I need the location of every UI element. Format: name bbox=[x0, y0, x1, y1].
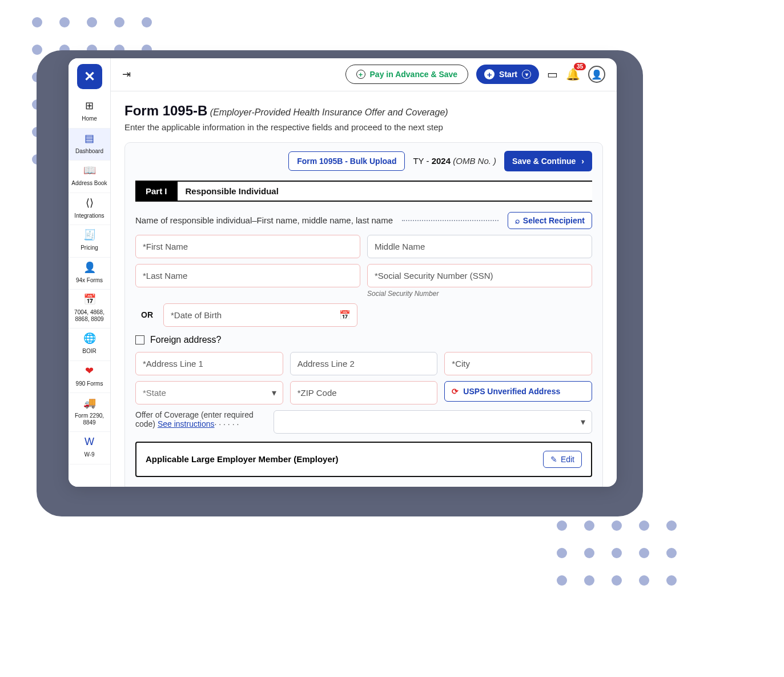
select-recipient-button[interactable]: ⌕ Select Recipient bbox=[508, 212, 592, 229]
last-name-input[interactable] bbox=[135, 264, 360, 287]
notifications-button[interactable]: 🔔35 bbox=[566, 67, 580, 81]
sidebar-item-integrations[interactable]: ⟨⟩Integrations bbox=[69, 193, 110, 226]
location-warning-icon: ⟳ bbox=[452, 387, 459, 396]
calendar-icon[interactable]: 📅 bbox=[339, 310, 351, 321]
plus-icon: + bbox=[356, 70, 365, 79]
sidebar-item-home[interactable]: ⊞Home bbox=[69, 96, 110, 129]
dotted-leader bbox=[402, 220, 498, 221]
start-button[interactable]: + Start ▾ bbox=[476, 65, 539, 84]
or-separator: OR bbox=[141, 310, 153, 319]
tax-year-label: TY - 2024 (OMB No. ) bbox=[413, 156, 496, 166]
notification-badge: 35 bbox=[574, 63, 586, 70]
first-name-input[interactable] bbox=[135, 235, 360, 258]
employer-section: Applicable Large Employer Member (Employ… bbox=[135, 442, 592, 477]
chevron-down-icon: ▾ bbox=[522, 70, 531, 79]
coverage-label: Offer of Coverage (enter required code) … bbox=[135, 410, 267, 428]
card-actions: Form 1095B - Bulk Upload TY - 2024 (OMB … bbox=[135, 151, 592, 171]
page-body: Form 1095-B (Employer-Provided Health In… bbox=[111, 91, 617, 487]
dob-input[interactable] bbox=[163, 303, 357, 327]
address1-input[interactable] bbox=[135, 352, 283, 375]
calendar-icon: 📅 bbox=[71, 294, 108, 307]
sidebar-item-address-book[interactable]: 📖Address Book bbox=[69, 161, 110, 193]
state-select[interactable] bbox=[135, 381, 283, 404]
zip-input[interactable] bbox=[290, 381, 438, 404]
page-helper: Enter the applicable information in the … bbox=[124, 122, 603, 132]
page-title: Form 1095-B bbox=[124, 103, 207, 118]
home-icon: ⊞ bbox=[71, 101, 108, 113]
sidebar-item-boir[interactable]: 🌐BOIR bbox=[69, 329, 110, 361]
app-logo[interactable]: ✕ bbox=[77, 64, 102, 89]
person-icon: 👤 bbox=[71, 262, 108, 275]
sidebar-toggle[interactable]: ⇥ bbox=[122, 68, 131, 81]
user-avatar[interactable]: 👤 bbox=[588, 66, 605, 83]
pencil-icon: ✎ bbox=[550, 455, 557, 464]
address2-input[interactable] bbox=[290, 352, 438, 375]
contacts-button[interactable]: ▭ bbox=[547, 67, 558, 81]
city-input[interactable] bbox=[444, 352, 592, 375]
pay-advance-button[interactable]: + Pay in Advance & Save bbox=[345, 65, 469, 84]
main-content: ⇥ + Pay in Advance & Save + Start ▾ ▭ 🔔3… bbox=[111, 58, 617, 487]
truck-icon: 🚚 bbox=[71, 398, 108, 410]
sidebar-item-extensions[interactable]: 📅7004, 4868, 8868, 8809 bbox=[69, 290, 110, 329]
name-label-row: Name of responsible individual–First nam… bbox=[135, 212, 592, 229]
page-header: Form 1095-B (Employer-Provided Health In… bbox=[124, 103, 603, 132]
save-continue-button[interactable]: Save & Continue› bbox=[504, 151, 592, 171]
page-subtitle: (Employer-Provided Health Insurance Offe… bbox=[210, 107, 448, 117]
foreign-address-checkbox[interactable] bbox=[135, 335, 144, 344]
sidebar-item-pricing[interactable]: 🧾Pricing bbox=[69, 225, 110, 258]
sidebar-item-990[interactable]: ❤990 Forms bbox=[69, 361, 110, 394]
foreign-address-row[interactable]: Foreign address? bbox=[135, 335, 592, 345]
middle-name-input[interactable] bbox=[367, 235, 592, 258]
form-card: Form 1095B - Bulk Upload TY - 2024 (OMB … bbox=[124, 142, 603, 487]
sidebar-item-dashboard[interactable]: ▤Dashboard bbox=[69, 129, 110, 161]
sidebar-item-2290[interactable]: 🚚Form 2290, 8849 bbox=[69, 393, 110, 432]
globe-icon: 🌐 bbox=[71, 333, 108, 346]
chevron-right-icon: › bbox=[581, 157, 584, 166]
part-tag: Part I bbox=[135, 182, 178, 201]
receipt-icon: 🧾 bbox=[71, 230, 108, 242]
plus-icon: + bbox=[484, 69, 494, 79]
w9-icon: W bbox=[71, 436, 108, 449]
usps-unverified-button[interactable]: ⟳ USPS Unverified Address bbox=[444, 381, 592, 402]
decorative-dots-bottom bbox=[557, 520, 677, 603]
sidebar-item-94x[interactable]: 👤94x Forms bbox=[69, 258, 110, 290]
section-header: Part I Responsible Individual bbox=[135, 181, 592, 202]
dashboard-icon: ▤ bbox=[71, 133, 108, 146]
employer-title: Applicable Large Employer Member (Employ… bbox=[146, 454, 339, 464]
edit-employer-button[interactable]: ✎ Edit bbox=[543, 451, 582, 468]
sidebar: ✕ ⊞Home ▤Dashboard 📖Address Book ⟨⟩Integ… bbox=[69, 58, 111, 487]
ssn-input[interactable] bbox=[367, 264, 592, 287]
see-instructions-link[interactable]: See instructions bbox=[158, 419, 215, 428]
sidebar-item-w9[interactable]: WW-9 bbox=[69, 432, 110, 464]
foreign-address-label: Foreign address? bbox=[150, 335, 222, 345]
coverage-select[interactable] bbox=[274, 410, 592, 434]
bulk-upload-button[interactable]: Form 1095B - Bulk Upload bbox=[288, 151, 405, 171]
section-title: Responsible Individual bbox=[178, 182, 287, 201]
heart-icon: ❤ bbox=[71, 366, 108, 378]
topbar: ⇥ + Pay in Advance & Save + Start ▾ ▭ 🔔3… bbox=[111, 58, 617, 91]
code-icon: ⟨⟩ bbox=[71, 198, 108, 210]
ssn-hint: Social Security Number bbox=[367, 290, 592, 298]
book-icon: 📖 bbox=[71, 165, 108, 178]
app-window: ✕ ⊞Home ▤Dashboard 📖Address Book ⟨⟩Integ… bbox=[69, 58, 617, 487]
name-label: Name of responsible individual–First nam… bbox=[135, 215, 393, 225]
person-search-icon: ⌕ bbox=[515, 216, 520, 225]
